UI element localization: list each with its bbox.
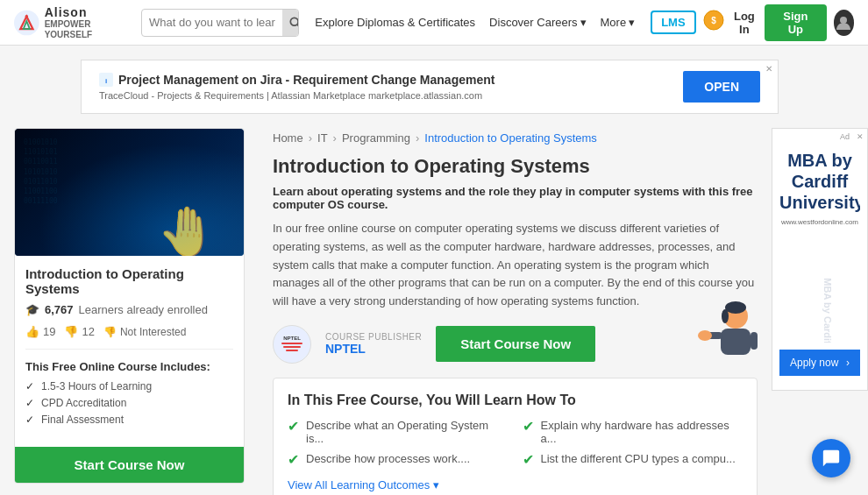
publisher-label: COURSE PUBLISHER (325, 332, 422, 342)
include-item-1: ✓ 1.5-3 Hours of Learning (25, 380, 233, 392)
learn-item-label-3: List the different CPU types a compu... (541, 452, 736, 465)
lms-button[interactable]: LMS (651, 11, 695, 34)
search-bar (141, 9, 299, 37)
view-all-button[interactable]: View All Learning Outcomes ▾ (288, 478, 439, 491)
svg-point-18 (722, 309, 729, 323)
nav-careers[interactable]: Discover Careers ▾ (484, 12, 591, 32)
coin-icon: $ (703, 10, 724, 31)
learn-item-1: ✔ Explain why hardware has addresses a..… (523, 419, 743, 445)
nav-careers-label: Discover Careers (489, 16, 577, 29)
right-ad: Ad ✕ MBA by Cardiff University www.westf… (772, 128, 868, 495)
learn-section: In This Free Course, You Will Learn How … (273, 378, 758, 495)
coin-button[interactable]: $ (703, 10, 724, 35)
check-icon: ✓ (25, 414, 34, 426)
publisher-row: NPTEL COURSE PUBLISHER NPTEL Start Cours… (273, 325, 758, 364)
svg-rect-14 (283, 346, 301, 348)
right-ad-visual: MBA by Cardiff University www.westfordon… (779, 150, 860, 343)
not-interested-button[interactable]: 👎 Not Interested (103, 326, 186, 338)
include-label-1: 1.5-3 Hours of Learning (41, 380, 152, 392)
learn-item-2: ✔ Describe how processes work.... (288, 452, 509, 468)
nav-more[interactable]: More ▾ (595, 12, 641, 32)
header-actions: LMS $ Log In Sign Up (651, 4, 854, 41)
search-input[interactable] (142, 12, 282, 32)
ad-icon: i (99, 73, 113, 87)
logo-tagline: EMPOWER YOURSELF (45, 19, 131, 40)
right-arrow-icon: › (846, 357, 850, 369)
view-all-label: View All Learning Outcomes (288, 478, 430, 491)
learn-grid: ✔ Describe what an Operating System is..… (288, 419, 743, 468)
breadcrumb-home[interactable]: Home (273, 131, 303, 145)
svg-rect-13 (281, 343, 302, 344)
header: Alison EMPOWER YOURSELF Explore Diplomas… (0, 0, 868, 46)
learn-title: In This Free Course, You Will Learn How … (288, 392, 743, 408)
chevron-down-icon: ▾ (580, 16, 587, 29)
svg-point-8 (840, 17, 847, 24)
course-description: In our free online course on computer op… (273, 220, 758, 311)
right-ad-url: www.westfordonline.com (779, 218, 860, 226)
check-icon: ✓ (25, 397, 34, 409)
svg-point-4 (290, 18, 298, 25)
include-item-3: ✓ Final Assessment (25, 414, 233, 426)
ad-open-button[interactable]: OPEN (683, 71, 760, 103)
learners-label: Learners already enrolled (79, 303, 208, 316)
breadcrumb-programming[interactable]: Programming (342, 131, 410, 145)
chevron-down-icon: ▾ (629, 16, 635, 29)
learn-item-label-2: Describe how processes work.... (306, 452, 470, 465)
main-nav: Explore Diplomas & Certificates Discover… (309, 12, 640, 32)
svg-point-22 (698, 330, 712, 341)
check-icon: ✓ (25, 380, 34, 392)
search-icon (289, 17, 299, 29)
include-label-2: CPD Accreditation (41, 397, 126, 409)
nav-explore[interactable]: Explore Diplomas & Certificates (309, 12, 480, 32)
ad-source: TraceCloud - Projects & Requirements | A… (99, 90, 494, 101)
right-ad-apply-label: Apply now (790, 357, 838, 369)
learn-check-icon: ✔ (288, 451, 299, 468)
start-course-button-sidebar[interactable]: Start Course Now (15, 447, 244, 483)
ad-content: ✕ i Project Management on Jira - Require… (99, 73, 494, 101)
includes-section: This Free Online Course Includes: ✓ 1.5-… (25, 360, 233, 426)
learn-item-0: ✔ Describe what an Operating System is..… (288, 419, 509, 445)
publisher-info: COURSE PUBLISHER NPTEL (325, 332, 422, 356)
search-button[interactable] (282, 10, 299, 36)
thumbs-down-icon: 👎 (64, 325, 78, 338)
svg-text:i: i (105, 77, 107, 85)
character-svg (687, 299, 758, 378)
thumbs-up-button[interactable]: 👍 19 (25, 325, 55, 338)
publisher-logo: NPTEL (273, 325, 311, 364)
breadcrumb-sep-3: › (416, 131, 419, 145)
learn-item-label-0: Describe what an Operating System is... (306, 419, 509, 445)
signup-button[interactable]: Sign Up (765, 4, 826, 41)
thumbs-up-icon: 👍 (25, 325, 39, 338)
thumbs-down-button[interactable]: 👎 12 (64, 325, 94, 338)
include-label-3: Final Assessment (41, 414, 124, 426)
sidebar-card-body: Introduction to Operating Systems 🎓 6,76… (15, 256, 244, 447)
not-interested-label: Not Interested (120, 326, 186, 338)
start-course-button-main[interactable]: Start Course Now (436, 326, 595, 362)
svg-line-5 (297, 25, 299, 28)
avatar[interactable] (834, 10, 854, 36)
svg-text:$: $ (711, 16, 716, 25)
graduate-icon: 🎓 (25, 303, 39, 316)
course-title: Introduction to Operating Systems (273, 155, 758, 178)
svg-rect-19 (721, 329, 751, 355)
breadcrumb-it[interactable]: IT (317, 131, 328, 145)
thumbs-up-count: 19 (43, 325, 55, 338)
learners-count: 6,767 (45, 303, 74, 316)
right-ad-text: MBA by Cardiff University (779, 150, 860, 213)
right-ad-apply-button[interactable]: Apply now › (779, 350, 860, 376)
logo[interactable]: Alison EMPOWER YOURSELF (14, 5, 131, 40)
login-button[interactable]: Log In (731, 10, 758, 36)
sidebar-course-title: Introduction to Operating Systems (25, 266, 233, 296)
ad-x-top[interactable]: ✕ (765, 64, 772, 74)
svg-point-3 (25, 15, 29, 18)
svg-point-17 (725, 301, 746, 314)
publisher-name[interactable]: NPTEL (325, 342, 422, 356)
learn-check-icon: ✔ (523, 418, 534, 435)
learn-item-3: ✔ List the different CPU types a compu..… (523, 452, 743, 468)
left-sidebar: 0100101011010101001100111010101001011010… (0, 128, 259, 495)
chat-button[interactable] (812, 439, 850, 477)
alison-logo-icon (14, 9, 39, 37)
svg-rect-21 (751, 332, 758, 350)
learn-check-icon: ✔ (288, 418, 299, 435)
right-ad-close[interactable]: ✕ (857, 132, 864, 141)
